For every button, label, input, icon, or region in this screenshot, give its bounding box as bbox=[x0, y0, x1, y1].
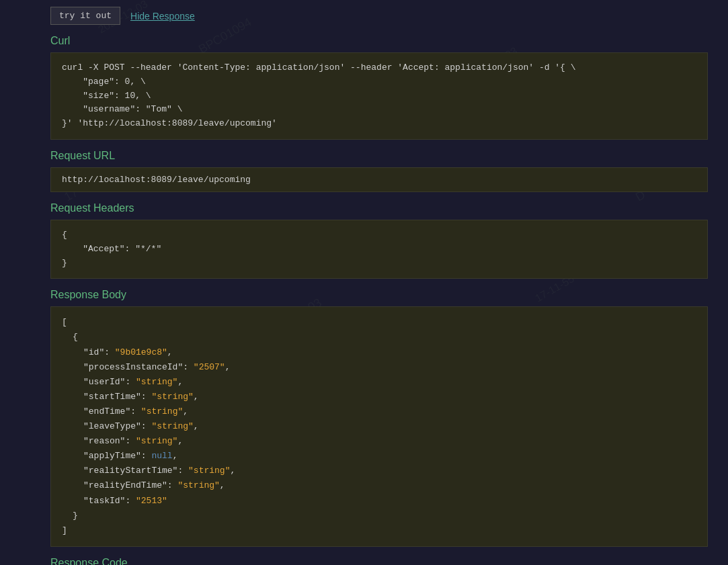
field-id: "id": "9b01e9c8", bbox=[83, 347, 173, 357]
request-url-block: http://localhost:8089/leave/upcoming bbox=[50, 167, 708, 192]
close-array-bracket: ] bbox=[62, 525, 67, 535]
hide-response-link[interactable]: Hide Response bbox=[130, 11, 195, 21]
request-url-title: Request URL bbox=[50, 150, 708, 162]
field-applyTime: "applyTime": null, bbox=[83, 451, 177, 461]
try-out-button[interactable]: try it out bbox=[50, 7, 120, 25]
open-array-bracket: [ bbox=[62, 317, 67, 327]
response-code-title: Response Code bbox=[50, 557, 708, 565]
field-endTime: "endTime": "string", bbox=[83, 406, 188, 417]
field-realityStartTime: "realityStartTime": "string", bbox=[83, 466, 235, 476]
request-headers-section: Request Headers { "Accept": "*/*" } bbox=[50, 202, 708, 279]
field-leaveType: "leaveType": "string", bbox=[83, 421, 199, 431]
response-body-block: [ { "id": "9b01e9c8", "processInstanceId… bbox=[50, 306, 708, 546]
field-userId: "userId": "string", bbox=[83, 377, 183, 387]
field-processInstanceId: "processInstanceId": "2507", bbox=[83, 362, 230, 372]
close-object-bracket: } bbox=[73, 511, 78, 521]
field-startTime: "startTime": "string", bbox=[83, 392, 199, 402]
curl-title: Curl bbox=[50, 35, 708, 47]
top-bar: try it out Hide Response bbox=[50, 7, 708, 25]
request-headers-block: { "Accept": "*/*" } bbox=[50, 220, 708, 279]
response-code-section: Response Code 200 bbox=[50, 557, 708, 565]
open-object-bracket: { bbox=[73, 332, 78, 342]
response-body-title: Response Body bbox=[50, 289, 708, 301]
curl-code-block: curl -X POST --header 'Content-Type: app… bbox=[50, 52, 708, 140]
curl-section: Curl curl -X POST --header 'Content-Type… bbox=[50, 35, 708, 140]
request-url-section: Request URL http://localhost:8089/leave/… bbox=[50, 150, 708, 192]
field-reason: "reason": "string", bbox=[83, 436, 183, 446]
field-taskId: "taskId": "2513" bbox=[83, 496, 167, 506]
field-realityEndTime: "realityEndTime": "string", bbox=[83, 480, 225, 490]
response-body-section: Response Body [ { "id": "9b01e9c8", "pro… bbox=[50, 289, 708, 546]
request-headers-title: Request Headers bbox=[50, 202, 708, 214]
